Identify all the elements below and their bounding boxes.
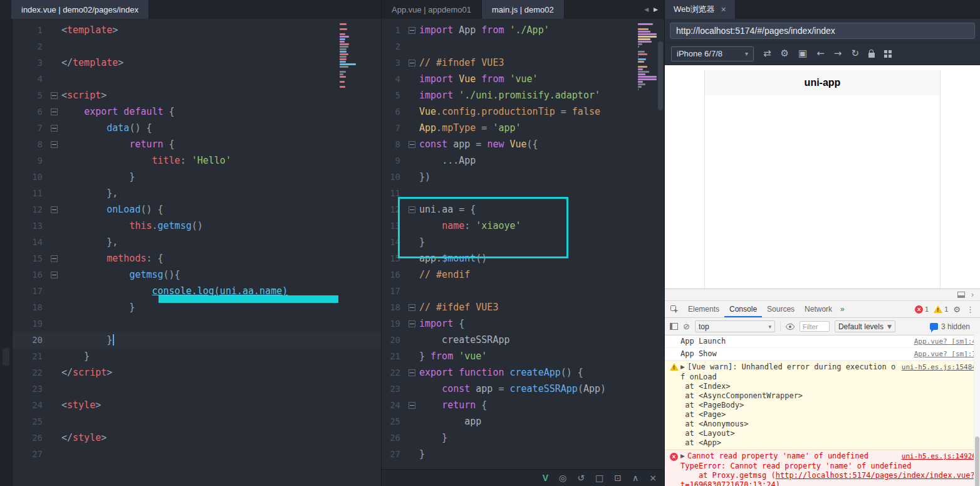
code-line-25[interactable]: 25 (13, 413, 381, 430)
fold-marker[interactable] (49, 201, 59, 218)
code-line-1[interactable]: 1import App from './App' (382, 22, 664, 38)
rotate-device-icon[interactable]: ⇄ (763, 49, 771, 58)
code-line-1[interactable]: 1<template> (13, 22, 381, 38)
code-line-27[interactable]: 27} (382, 446, 664, 462)
open-window-icon[interactable]: ▣ (798, 49, 807, 58)
code-line-24[interactable]: 24<style> (13, 397, 381, 413)
inspect-icon[interactable] (665, 305, 683, 314)
fold-marker[interactable] (49, 267, 59, 283)
code-line-3[interactable]: 3// #ifndef VUE3 (382, 55, 664, 71)
close-tab-icon[interactable]: × (721, 5, 726, 14)
console-scrollbar[interactable] (974, 334, 980, 486)
code-line-24[interactable]: 24 return { (382, 397, 664, 413)
code-line-13[interactable]: 13 this.getmsg() (13, 218, 381, 234)
code-line-20[interactable]: 20 createSSRApp (382, 332, 664, 348)
code-line-19[interactable]: 19import { (382, 315, 664, 332)
fold-marker[interactable] (49, 120, 59, 136)
error-count-badge[interactable]: × 1 (915, 305, 929, 314)
code-line-4[interactable]: 4 (13, 71, 381, 87)
source-link[interactable]: uni-h5.es.js:14926 (902, 452, 976, 462)
tab-prev-icon[interactable]: ◀ (644, 6, 649, 13)
minimap-mid[interactable] (637, 23, 657, 91)
tab-sources[interactable]: Sources (762, 301, 800, 317)
kebab-menu-icon[interactable]: ⋮ (966, 305, 974, 314)
code-line-8[interactable]: 8 return { (13, 136, 381, 152)
code-line-17[interactable]: 17 (382, 283, 664, 299)
code-line-14[interactable]: 14 }, (13, 234, 381, 250)
code-line-23[interactable]: 23 const app = createSSRApp(App) (382, 381, 664, 397)
lock-icon[interactable] (868, 50, 875, 58)
collapse-panel-icon[interactable]: ∧ (632, 473, 639, 482)
open-window-icon[interactable]: ⊡ (614, 473, 622, 482)
code-line-27[interactable]: 27 (13, 446, 381, 462)
page-body[interactable] (705, 95, 940, 288)
code-line-10[interactable]: 10}) (382, 169, 664, 185)
console-message[interactable]: !▶[Vue warn]: Unhandled error during exe… (665, 361, 980, 450)
forward-icon[interactable]: → (834, 49, 842, 58)
scrollbar-thumb[interactable] (658, 41, 663, 110)
scrollbar-thumb[interactable] (975, 436, 979, 486)
code-line-19[interactable]: 19 (13, 315, 381, 332)
console-messages[interactable]: App LaunchApp.vue? [sm]:4App ShowApp.vue… (665, 335, 980, 486)
source-link[interactable]: App.vue? [sm]:7 (914, 349, 976, 359)
code-line-2[interactable]: 2 (13, 38, 381, 55)
console-message[interactable]: App LaunchApp.vue? [sm]:4 (665, 335, 980, 348)
code-line-15[interactable]: 15 methods: { (13, 250, 381, 267)
grid-icon[interactable] (884, 50, 892, 58)
source-link[interactable]: uni-h5.es.js:15484 (902, 362, 976, 382)
tab-next-icon[interactable]: ▶ (654, 6, 658, 13)
code-line-2[interactable]: 2 (382, 38, 664, 55)
code-line-4[interactable]: 4import Vue from 'vue' (382, 71, 664, 87)
code-line-8[interactable]: 8const app = new Vue({ (382, 136, 664, 152)
console-sidebar-icon[interactable] (670, 323, 678, 330)
settings-gear-icon[interactable]: ⚙ (781, 49, 789, 58)
console-message[interactable]: App ShowApp.vue? [sm]:7 (665, 348, 980, 361)
code-line-6[interactable]: 6 export default { (13, 103, 381, 120)
editor-mid[interactable]: 1import App from './App'23// #ifndef VUE… (382, 19, 664, 486)
code-line-23[interactable]: 23 (13, 381, 381, 397)
fold-marker[interactable] (49, 136, 59, 152)
tab-elements[interactable]: Elements (683, 301, 724, 317)
code-line-22[interactable]: 22</script> (13, 364, 381, 381)
tab-console[interactable]: Console (724, 301, 762, 317)
code-line-5[interactable]: 5import './uni.promisify.adaptor' (382, 87, 664, 103)
url-input[interactable]: http://localhost:5174/#/pages/index/inde… (670, 23, 975, 39)
context-selector[interactable]: top ▾ (695, 320, 775, 332)
code-line-5[interactable]: 5<script> (13, 87, 381, 103)
fold-marker[interactable] (407, 397, 417, 413)
fold-marker[interactable] (407, 136, 417, 152)
tab-main-js[interactable]: main.js | demo02 (482, 0, 565, 19)
fold-marker[interactable] (49, 87, 59, 103)
minimap-left[interactable] (338, 23, 361, 91)
fold-marker[interactable] (407, 299, 417, 315)
fold-marker[interactable] (407, 364, 417, 381)
close-panel-icon[interactable]: × (649, 473, 657, 482)
filter-input[interactable]: Filter (800, 321, 830, 332)
code-line-21[interactable]: 21} from 'vue' (382, 348, 664, 364)
eye-icon[interactable] (786, 324, 795, 330)
stop-icon[interactable]: □ (595, 473, 603, 482)
code-line-26[interactable]: 26</style> (13, 430, 381, 446)
code-line-11[interactable]: 11 }, (13, 185, 381, 201)
restart-icon[interactable]: ↺ (577, 473, 585, 482)
code-line-9[interactable]: 9 title: 'Hello' (13, 152, 381, 169)
vue-console-icon[interactable]: V (543, 473, 548, 482)
code-line-6[interactable]: 6Vue.config.productionTip = false (382, 103, 664, 120)
debug-icon[interactable]: ◎ (559, 473, 566, 482)
code-line-16[interactable]: 16 getmsg(){ (13, 267, 381, 283)
expand-icon[interactable]: ▶ (680, 362, 685, 372)
code-line-18[interactable]: 18// #ifdef VUE3 (382, 299, 664, 315)
fold-marker[interactable] (407, 55, 417, 71)
device-selector[interactable]: iPhone 6/7/8 ▾ (671, 46, 754, 61)
tab-index-vue[interactable]: index.vue | demo02/pages/index (11, 0, 149, 19)
more-tabs-icon[interactable]: » (837, 301, 848, 317)
hidden-messages[interactable]: 3 hidden (930, 322, 975, 331)
tab-web-browser[interactable]: Web浏览器 × (665, 0, 736, 19)
refresh-icon[interactable]: ↻ (851, 49, 859, 58)
warning-count-badge[interactable]: ! 1 (934, 305, 948, 313)
fold-marker[interactable] (407, 315, 417, 332)
editor-left[interactable]: 1<template>23</template>45<script>6 expo… (0, 19, 381, 486)
expand-icon[interactable]: ▶ (680, 452, 685, 461)
log-levels-dropdown[interactable]: Default levels ▼ (835, 320, 895, 332)
code-line-22[interactable]: 22export function createApp() { (382, 364, 664, 381)
